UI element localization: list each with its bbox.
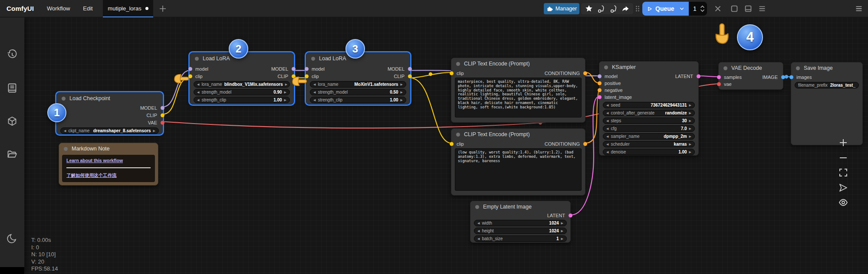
zoom-out-button[interactable] — [838, 153, 848, 163]
widget-strength-model[interactable]: ◀ strength_model 0.90 ▶ — [194, 89, 290, 95]
widget-width[interactable]: ◀ width 1024 ▶ — [474, 220, 567, 226]
model-installer-icon[interactable] — [597, 4, 605, 13]
arrow-right-icon[interactable]: ▶ — [401, 83, 403, 86]
arrow-left-icon[interactable]: ◀ — [606, 150, 608, 153]
node-title-bar[interactable]: Markdown Note — [59, 143, 158, 154]
queue-list-icon[interactable] — [757, 4, 767, 13]
widget-steps[interactable]: ◀ steps 30 ▶ — [603, 117, 695, 124]
arrow-right-icon[interactable]: ▶ — [689, 135, 691, 138]
arrow-left-icon[interactable]: ◀ — [313, 98, 316, 101]
batch-count-stepper[interactable]: 1 — [689, 2, 707, 16]
widget-strength-clip[interactable]: ◀ strength_clip 1.00 ▶ — [310, 97, 406, 103]
collapse-dot[interactable] — [456, 62, 460, 66]
widget-control-after-generate[interactable]: ◀ control_after_generate randomize ▶ — [603, 110, 695, 116]
theme-moon-icon[interactable] — [7, 233, 18, 244]
menu-workflow[interactable]: Workflow — [47, 5, 70, 12]
input-dot-negative[interactable] — [598, 88, 602, 92]
note-link-chinese[interactable]: 了解如何使用这个工作流 — [66, 173, 151, 179]
fit-view-button[interactable] — [838, 168, 848, 177]
output-dot-conditioning[interactable] — [583, 71, 587, 75]
arrow-right-icon[interactable]: ▶ — [284, 98, 286, 101]
arrow-right-icon[interactable]: ▶ — [561, 237, 563, 240]
arrow-right-icon[interactable]: ▶ — [689, 127, 691, 130]
stepper-arrows[interactable] — [700, 5, 705, 12]
widget-cfg[interactable]: ◀ cfg 7.0 ▶ — [603, 125, 695, 132]
node-vae-decode[interactable]: VAE Decode samples IMAGE vae — [718, 62, 783, 90]
collapse-dot[interactable] — [723, 66, 727, 70]
widget-ckpt-name[interactable]: ◀ ckpt_name dreamshaper_8.safetensors ▶ — [60, 127, 159, 134]
arrow-left-icon[interactable]: ◀ — [477, 237, 480, 240]
node-title-bar[interactable]: KSampler — [599, 62, 698, 73]
arrow-left-icon[interactable]: ◀ — [477, 229, 480, 232]
arrow-left-icon[interactable]: ◀ — [606, 143, 608, 146]
manager-button[interactable]: Manager — [544, 3, 579, 14]
zoom-in-button[interactable] — [838, 138, 848, 147]
collapse-dot[interactable] — [456, 133, 460, 137]
arrow-left-icon[interactable]: ◀ — [477, 222, 480, 225]
arrow-right-icon[interactable]: ▶ — [285, 83, 287, 86]
arrow-right-icon[interactable]: ▶ — [561, 229, 563, 232]
arrow-right-icon[interactable]: ▶ — [689, 104, 691, 107]
chevron-up-icon[interactable] — [700, 5, 705, 8]
node-load-lora-2[interactable]: Load LoRA model MODEL clip CLIP ◀ lora_n… — [306, 52, 410, 104]
positive-prompt-textarea[interactable]: masterpiece, best quality, ultra-detaile… — [455, 78, 582, 117]
node-clip-text-encode-negative[interactable]: CLIP Text Encode (Prompt) clip CONDITION… — [451, 128, 585, 196]
widget-denoise[interactable]: ◀ denoise 1.00 ▶ — [603, 149, 695, 155]
arrow-left-icon[interactable]: ◀ — [197, 91, 199, 94]
node-title-bar[interactable]: VAE Decode — [719, 62, 783, 74]
clear-queue-icon[interactable] — [713, 4, 723, 13]
widget-scheduler[interactable]: ◀ scheduler karras ▶ — [603, 141, 695, 147]
arrow-right-icon[interactable]: ▶ — [689, 150, 691, 153]
output-dot-conditioning[interactable] — [583, 142, 587, 146]
input-dot-model[interactable] — [305, 67, 309, 71]
widget-sampler-name[interactable]: ◀ sampler_name dpmpp_2m ▶ — [603, 133, 695, 140]
output-dot-latent[interactable] — [697, 75, 700, 78]
node-library-icon[interactable] — [7, 82, 18, 94]
node-title-bar[interactable]: Save Image — [791, 62, 862, 74]
toggle-link-visibility-button[interactable] — [838, 198, 848, 207]
canvas-panel-icon[interactable] — [730, 4, 739, 13]
arrow-left-icon[interactable]: ◀ — [64, 129, 66, 132]
arrow-left-icon[interactable]: ◀ — [606, 135, 608, 138]
note-link-english[interactable]: Learn about this workflow — [66, 158, 151, 163]
output-dot-clip[interactable] — [161, 113, 164, 117]
output-dot-latent[interactable] — [569, 214, 572, 218]
widget-batch-size[interactable]: ◀ batch_size 1 ▶ — [474, 235, 567, 242]
node-empty-latent-image[interactable]: Empty Latent Image LATENT ◀ width 1024 ▶… — [470, 201, 571, 243]
star-icon[interactable] — [585, 4, 593, 13]
arrow-left-icon[interactable]: ◀ — [606, 104, 608, 107]
toolbar-drag-handle[interactable] — [635, 3, 641, 16]
collapse-dot[interactable] — [195, 57, 199, 61]
input-dot-clip[interactable] — [450, 142, 454, 146]
arrow-left-icon[interactable]: ◀ — [606, 127, 608, 130]
node-title-bar[interactable]: Load Checkpoint — [57, 93, 162, 104]
input-dot-samples[interactable] — [717, 75, 721, 79]
arrow-right-icon[interactable]: ▶ — [401, 91, 403, 94]
menu-edit[interactable]: Edit — [83, 5, 92, 12]
workflow-tab[interactable]: mutiple_loras — [103, 0, 153, 17]
arrow-left-icon[interactable]: ◀ — [197, 83, 199, 86]
widget-lora-name[interactable]: ◀ lora_name MoXinV1.safetensors ▶ — [310, 81, 406, 88]
input-dot-model[interactable] — [598, 75, 602, 78]
bottom-panel-toggle-icon[interactable] — [743, 4, 753, 13]
input-dot-latent-image[interactable] — [598, 95, 602, 99]
input-dot-clip[interactable] — [450, 71, 454, 75]
widget-strength-model[interactable]: ◀ strength_model 0.50 ▶ — [310, 89, 406, 95]
collapse-dot[interactable] — [796, 66, 800, 70]
arrow-right-icon[interactable]: ▶ — [401, 98, 403, 101]
collapse-dot[interactable] — [62, 97, 66, 101]
arrow-right-icon[interactable]: ▶ — [153, 129, 155, 132]
output-dot-clip[interactable] — [408, 74, 412, 78]
widget-seed[interactable]: ◀ seed 736724629443131 ▶ — [603, 102, 695, 108]
arrow-right-icon[interactable]: ▶ — [689, 111, 691, 114]
output-dot-model[interactable] — [161, 106, 164, 110]
chevron-down-icon[interactable] — [678, 5, 685, 12]
arrow-left-icon[interactable]: ◀ — [606, 119, 608, 122]
node-markdown-note[interactable]: Markdown Note Learn about this workflow … — [59, 143, 158, 186]
settings-gear-icon[interactable] — [7, 267, 18, 274]
arrow-left-icon[interactable]: ◀ — [197, 98, 199, 101]
input-dot-vae[interactable] — [717, 82, 721, 86]
node-ksampler[interactable]: KSampler model LATENT positive negative … — [599, 61, 699, 156]
queue-button[interactable]: Queue — [642, 2, 689, 16]
output-dot-model[interactable] — [292, 67, 296, 71]
